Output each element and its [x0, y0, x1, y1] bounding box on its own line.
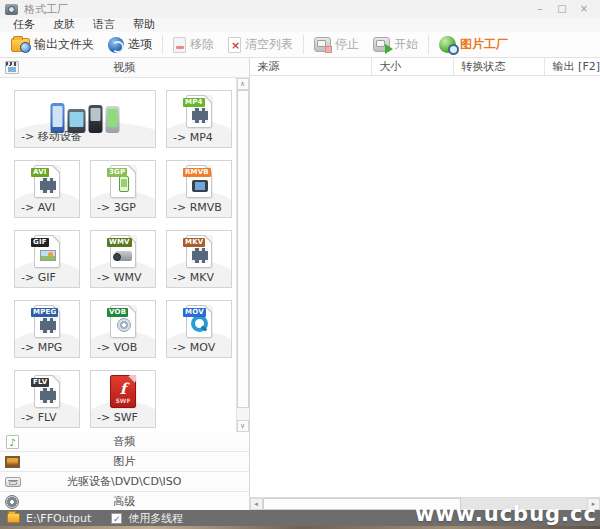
column-output[interactable]: 输出 [F2] [545, 58, 600, 75]
format-card-wmv[interactable]: WMV -> WMV [90, 230, 156, 288]
minimize-button[interactable]: – [533, 2, 547, 16]
format-card-rmvb[interactable]: RMVB -> RMVB [166, 160, 232, 218]
start-label: 开始 [394, 36, 418, 53]
scroll-down-icon[interactable]: ∨ [237, 420, 249, 432]
section-picture[interactable]: 图片 [0, 452, 249, 472]
swf-flash-icon: fSWF [110, 375, 136, 408]
format-card-mov[interactable]: MOV -> MOV [166, 300, 232, 358]
toolbar-separator [303, 35, 304, 54]
column-size[interactable]: 大小 [372, 58, 454, 75]
format-card-gif[interactable]: GIF -> GIF [14, 230, 80, 288]
format-card-mobile-device[interactable]: -> 移动设备 [14, 90, 156, 148]
clear-list-label: 清空列表 [245, 36, 293, 53]
window-controls: – □ × [533, 2, 595, 16]
task-table-body[interactable] [250, 76, 600, 497]
format-card-3gp[interactable]: 3GP -> 3GP [90, 160, 156, 218]
picture-factory-icon [439, 36, 456, 53]
menu-language[interactable]: 语言 [84, 18, 124, 32]
menu-task[interactable]: 任务 [4, 18, 44, 32]
format-card-label: -> 3GP [97, 201, 136, 214]
section-advanced[interactable]: 高级 [0, 492, 249, 510]
output-folder-icon [11, 38, 30, 52]
hscrollbar-thumb[interactable] [263, 498, 461, 510]
format-card-label: -> MKV [173, 271, 214, 284]
format-card-label: -> GIF [21, 271, 56, 284]
format-card-label: -> AVI [21, 201, 55, 214]
scroll-left-icon[interactable]: ◂ [250, 498, 263, 510]
section-rom-label: 光驱设备\DVD\CD\ISO [0, 472, 249, 492]
output-folder-button[interactable]: 输出文件夹 [4, 33, 101, 57]
format-card-mp4[interactable]: MP4 -> MP4 [166, 90, 232, 148]
column-convert-state[interactable]: 转换状态 [454, 58, 545, 75]
multithread-checkbox[interactable]: ✓ [111, 513, 122, 524]
mobile-devices-icon [51, 97, 120, 133]
format-card-mkv[interactable]: MKV -> MKV [166, 230, 232, 288]
column-source[interactable]: 来源 [250, 58, 372, 75]
vob-file-icon: VOB [110, 305, 136, 338]
avi-file-icon: AVI [34, 165, 60, 198]
format-card-label: -> MOV [173, 341, 215, 354]
format-card-label: -> SWF [97, 411, 138, 424]
video-format-list: -> 移动设备 MP4 -> MP4 AVI -> AVI [0, 78, 249, 432]
format-card-avi[interactable]: AVI -> AVI [14, 160, 80, 218]
section-audio-label: 音频 [0, 432, 249, 452]
output-path-folder-icon [7, 513, 20, 523]
hscrollbar-track[interactable] [461, 498, 587, 510]
options-label: 选项 [128, 36, 152, 53]
remove-icon [173, 37, 186, 53]
menu-bar: 任务 皮肤 语言 帮助 [0, 18, 600, 32]
section-rom-device[interactable]: 光驱设备\DVD\CD\ISO [0, 472, 249, 492]
scroll-right-icon[interactable]: ▸ [587, 498, 600, 510]
section-video-header[interactable]: 视频 [0, 58, 249, 78]
format-card-vob[interactable]: VOB -> VOB [90, 300, 156, 358]
mov-quicktime-icon: MOV [186, 305, 212, 338]
toolbar-separator [428, 35, 429, 54]
mp4-file-icon: MP4 [186, 95, 212, 128]
remove-label: 移除 [190, 36, 214, 53]
options-gear-icon [108, 37, 124, 53]
stop-label: 停止 [335, 36, 359, 53]
scrollbar-thumb[interactable] [237, 90, 249, 408]
wmv-file-icon: WMV [110, 235, 136, 268]
start-icon [373, 37, 390, 52]
format-card-flv[interactable]: FLV -> FLV [14, 370, 80, 428]
remove-button[interactable]: 移除 [166, 33, 221, 57]
menu-skin[interactable]: 皮肤 [44, 18, 84, 32]
format-card-label: -> MPG [21, 341, 62, 354]
mpg-file-icon: MPEG [34, 305, 60, 338]
rmvb-file-icon: RMVB [186, 165, 212, 198]
stop-button[interactable]: 停止 [307, 33, 366, 57]
flv-file-icon: FLV [34, 375, 60, 408]
output-path[interactable]: E:\FFOutput [26, 512, 91, 525]
gif-file-icon: GIF [34, 235, 60, 268]
format-card-label: -> RMVB [173, 201, 222, 214]
format-card-label: -> 移动设备 [21, 129, 82, 144]
clear-list-button[interactable]: × 清空列表 [221, 33, 300, 57]
task-list-panel: 来源 大小 转换状态 输出 [F2] ◂ ▸ [250, 58, 600, 510]
format-list-scrollbar[interactable]: ∧ ∨ [236, 78, 249, 432]
clear-list-icon: × [228, 37, 241, 53]
start-button[interactable]: 开始 [366, 33, 425, 57]
task-list-hscrollbar[interactable]: ◂ ▸ [250, 497, 600, 510]
format-card-label: -> WMV [97, 271, 142, 284]
status-bar: E:\FFOutput ✓ 使用多线程 [0, 510, 600, 526]
picture-factory-button[interactable]: 图片工厂 [432, 33, 515, 57]
menu-help[interactable]: 帮助 [124, 18, 164, 32]
output-folder-label: 输出文件夹 [34, 36, 94, 53]
format-card-swf[interactable]: fSWF -> SWF [90, 370, 156, 428]
format-card-mpg[interactable]: MPEG -> MPG [14, 300, 80, 358]
close-button[interactable]: × [577, 2, 591, 16]
window-title: 格式工厂 [24, 2, 68, 17]
section-audio[interactable]: ♪ 音频 [0, 432, 249, 452]
options-button[interactable]: 选项 [101, 33, 159, 57]
stop-icon [314, 37, 331, 52]
app-icon [5, 4, 18, 15]
multithread-label: 使用多线程 [128, 511, 183, 526]
format-card-label: -> MP4 [173, 131, 213, 144]
section-picture-label: 图片 [0, 452, 249, 472]
format-sidebar: 视频 -> 移动设备 MP4 -> MP4 [0, 58, 250, 510]
task-table-header: 来源 大小 转换状态 输出 [F2] [250, 58, 600, 76]
format-card-label: -> FLV [21, 411, 56, 424]
maximize-button[interactable]: □ [555, 2, 569, 16]
scroll-up-icon[interactable]: ∧ [237, 78, 249, 90]
